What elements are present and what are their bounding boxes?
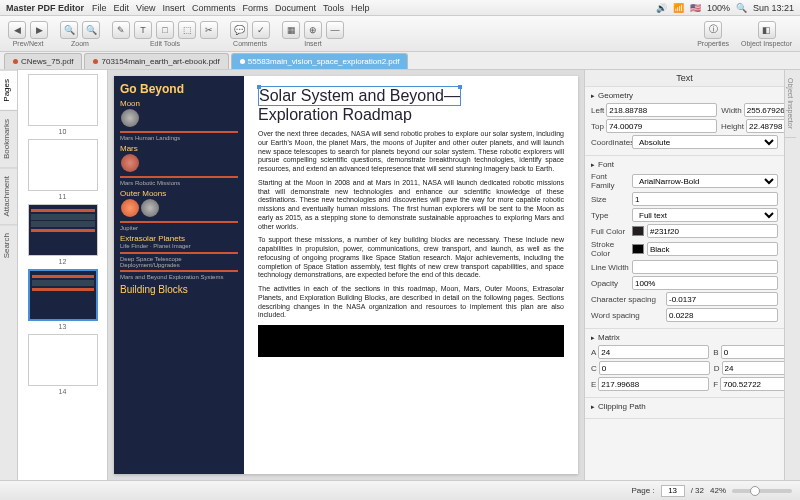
matrix-c-input[interactable] bbox=[599, 361, 710, 375]
sidetab-search[interactable]: Search bbox=[0, 224, 17, 266]
matrix-e-input[interactable] bbox=[598, 377, 709, 391]
document-tabs: CNews_75.pdf 703154main_earth_art-ebook.… bbox=[0, 52, 800, 70]
matrix-d-input[interactable] bbox=[722, 361, 784, 375]
geom-height-input[interactable] bbox=[746, 119, 784, 133]
toolbar-label: Prev/Next bbox=[13, 40, 44, 47]
thumbnail-11[interactable]: 11 bbox=[22, 139, 103, 200]
status-clock[interactable]: Sun 13:21 bbox=[753, 3, 794, 13]
page-title[interactable]: Solar System and Beyond— Exploration Roa… bbox=[258, 86, 564, 124]
page-sidebar-graphic: Go Beyond MoonMars Human Landings MarsMa… bbox=[114, 76, 244, 474]
menu-edit[interactable]: Edit bbox=[114, 3, 130, 13]
tab-space-exploration[interactable]: 55583main_vision_space_exploration2.pdf bbox=[231, 53, 409, 69]
document-canvas[interactable]: Go Beyond MoonMars Human Landings MarsMa… bbox=[108, 70, 584, 480]
toolbar-properties[interactable]: ⓘ Properties bbox=[697, 21, 729, 47]
zoom-out-button[interactable]: 🔍 bbox=[82, 21, 100, 39]
thumbnail-12[interactable]: 12 bbox=[22, 204, 103, 265]
status-bar: Page : / 32 42% bbox=[0, 480, 800, 500]
menubar: Master PDF Editor File Edit View Insert … bbox=[0, 0, 800, 16]
menu-view[interactable]: View bbox=[136, 3, 155, 13]
insert-line-button[interactable]: — bbox=[326, 21, 344, 39]
prev-page-button[interactable]: ◀ bbox=[8, 21, 26, 39]
insert-image-button[interactable]: ▦ bbox=[282, 21, 300, 39]
menu-document[interactable]: Document bbox=[275, 3, 316, 13]
geom-width-input[interactable] bbox=[744, 103, 784, 117]
body-paragraph: The activities in each of the sections i… bbox=[258, 285, 564, 320]
color-swatch[interactable] bbox=[632, 244, 644, 254]
toolbar-label: Zoom bbox=[71, 40, 89, 47]
matrix-b-input[interactable] bbox=[721, 345, 784, 359]
thumbnail-14[interactable]: 14 bbox=[22, 334, 103, 395]
edit-tool-button[interactable]: ✎ bbox=[112, 21, 130, 39]
font-type-select[interactable]: Full text bbox=[632, 208, 778, 222]
opacity-input[interactable] bbox=[632, 276, 778, 290]
matrix-f-input[interactable] bbox=[720, 377, 784, 391]
close-icon[interactable] bbox=[93, 59, 98, 64]
status-wifi[interactable]: 📶 bbox=[673, 3, 684, 13]
inspector-icon: ◧ bbox=[758, 21, 776, 39]
section-matrix: Matrix AB CD EF bbox=[585, 329, 784, 398]
color-swatch[interactable] bbox=[632, 226, 644, 236]
section-clipping: Clipping Path bbox=[585, 398, 784, 419]
menu-file[interactable]: File bbox=[92, 3, 107, 13]
properties-header: Text bbox=[585, 70, 784, 87]
zoom-value: 42% bbox=[710, 486, 726, 495]
thumbnail-10[interactable]: 10 bbox=[22, 74, 103, 135]
stamp-button[interactable]: ✓ bbox=[252, 21, 270, 39]
insert-link-button[interactable]: ⊕ bbox=[304, 21, 322, 39]
font-size-input[interactable] bbox=[632, 192, 778, 206]
matrix-a-input[interactable] bbox=[598, 345, 709, 359]
page-image bbox=[258, 325, 564, 357]
right-side-tabs: Object Inspector bbox=[784, 70, 800, 480]
line-width-input[interactable] bbox=[632, 260, 778, 274]
toolbar-group-edit: ✎ T □ ⬚ ✂ Edit Tools bbox=[112, 21, 218, 47]
status-volume[interactable]: 🔊 bbox=[656, 3, 667, 13]
comment-button[interactable]: 💬 bbox=[230, 21, 248, 39]
status-lang[interactable]: 🇺🇸 bbox=[690, 3, 701, 13]
app-name: Master PDF Editor bbox=[6, 3, 84, 13]
sidetab-bookmarks[interactable]: Bookmarks bbox=[0, 110, 17, 167]
sidetab-pages[interactable]: Pages bbox=[0, 70, 17, 110]
page-text-column: Solar System and Beyond— Exploration Roa… bbox=[244, 76, 578, 474]
select-tool-button[interactable]: ⬚ bbox=[178, 21, 196, 39]
section-geometry: Geometry Left Width Top Height Coordinat… bbox=[585, 87, 784, 156]
font-family-select[interactable]: ArialNarrow-Bold bbox=[632, 174, 778, 188]
rect-tool-button[interactable]: □ bbox=[156, 21, 174, 39]
toolbar-group-insert: ▦ ⊕ — Insert bbox=[282, 21, 344, 47]
body-paragraph: Starting at the Moon in 2008 and at Mars… bbox=[258, 179, 564, 232]
status-spotlight[interactable]: 🔍 bbox=[736, 3, 747, 13]
full-color-input[interactable] bbox=[647, 224, 778, 238]
toolbar-label: Comments bbox=[233, 40, 267, 47]
page-label: Page : bbox=[631, 486, 654, 495]
menu-tools[interactable]: Tools bbox=[323, 3, 344, 13]
next-page-button[interactable]: ▶ bbox=[30, 21, 48, 39]
zoom-slider[interactable] bbox=[732, 489, 792, 493]
menu-comments[interactable]: Comments bbox=[192, 3, 236, 13]
thumbnail-13[interactable]: 13 bbox=[22, 269, 103, 330]
body-paragraph: To support these missions, a number of k… bbox=[258, 236, 564, 280]
geom-left-input[interactable] bbox=[606, 103, 717, 117]
close-icon[interactable] bbox=[240, 59, 245, 64]
toolbar-group-comments: 💬 ✓ Comments bbox=[230, 21, 270, 47]
page-number-input[interactable] bbox=[661, 485, 685, 497]
rsidetab-inspector[interactable]: Object Inspector bbox=[785, 70, 796, 138]
menu-insert[interactable]: Insert bbox=[162, 3, 185, 13]
toolbar-object-inspector[interactable]: ◧ Object Inspector bbox=[741, 21, 792, 47]
tab-earth-art[interactable]: 703154main_earth_art-ebook.pdf bbox=[84, 53, 228, 69]
status-battery[interactable]: 100% bbox=[707, 3, 730, 13]
selected-text-object: Solar System and Beyond— bbox=[258, 86, 461, 106]
sidetab-attachment[interactable]: Attachment bbox=[0, 167, 17, 224]
geom-top-input[interactable] bbox=[606, 119, 717, 133]
text-tool-button[interactable]: T bbox=[134, 21, 152, 39]
crop-tool-button[interactable]: ✂ bbox=[200, 21, 218, 39]
zoom-in-button[interactable]: 🔍 bbox=[60, 21, 78, 39]
stroke-color-input[interactable] bbox=[647, 242, 778, 256]
toolbar-label: Insert bbox=[304, 40, 322, 47]
menu-forms[interactable]: Forms bbox=[242, 3, 268, 13]
word-spacing-input[interactable] bbox=[666, 308, 778, 322]
menu-help[interactable]: Help bbox=[351, 3, 370, 13]
tab-cnews[interactable]: CNews_75.pdf bbox=[4, 53, 82, 69]
close-icon[interactable] bbox=[13, 59, 18, 64]
geom-coords-select[interactable]: Absolute bbox=[632, 135, 778, 149]
page-total: / 32 bbox=[691, 486, 704, 495]
char-spacing-input[interactable] bbox=[666, 292, 778, 306]
